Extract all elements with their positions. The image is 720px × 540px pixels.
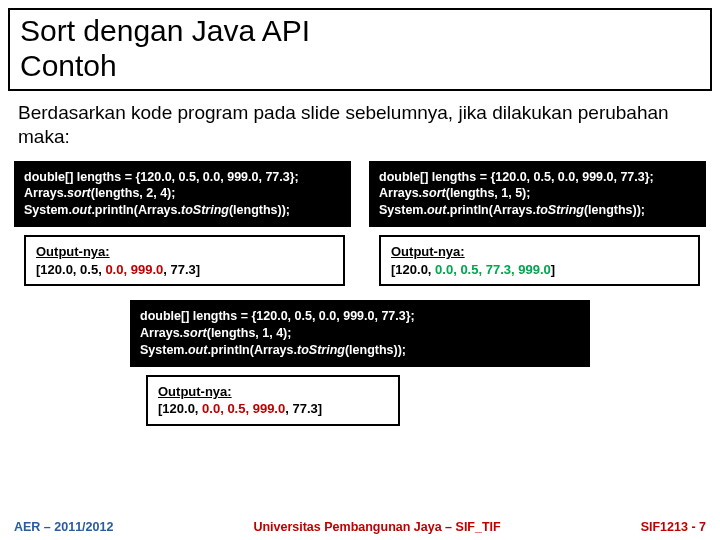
code-right: double[] lengths = {120.0, 0.5, 0.0, 999… (369, 161, 706, 228)
slide-title-block: Sort dengan Java API Contoh (8, 8, 712, 91)
footer-left: AER – 2011/2012 (14, 520, 113, 534)
output-label: Output-nya: (36, 244, 110, 259)
output-left: Output-nya: [120.0, 0.5, 0.0, 999.0, 77.… (24, 235, 345, 286)
example-bottom: double[] lengths = {120.0, 0.5, 0.0, 999… (0, 300, 720, 426)
output-bottom: Output-nya: [120.0, 0.0, 0.5, 999.0, 77.… (146, 375, 400, 426)
title-line-1: Sort dengan Java API (20, 14, 310, 47)
output-label: Output-nya: (158, 384, 232, 399)
example-left: double[] lengths = {120.0, 0.5, 0.0, 999… (14, 161, 351, 287)
intro-text: Berdasarkan kode program pada slide sebe… (18, 101, 702, 149)
code-bottom: double[] lengths = {120.0, 0.5, 0.0, 999… (130, 300, 590, 367)
footer-right: SIF1213 - 7 (641, 520, 706, 534)
footer-center: Universitas Pembangunan Jaya – SIF_TIF (253, 520, 500, 534)
slide-footer: AER – 2011/2012 Universitas Pembangunan … (0, 520, 720, 534)
title-line-2: Contoh (20, 49, 117, 82)
output-label: Output-nya: (391, 244, 465, 259)
code-left: double[] lengths = {120.0, 0.5, 0.0, 999… (14, 161, 351, 228)
slide-title: Sort dengan Java API Contoh (20, 14, 700, 83)
example-right: double[] lengths = {120.0, 0.5, 0.0, 999… (369, 161, 706, 287)
examples-row: double[] lengths = {120.0, 0.5, 0.0, 999… (0, 161, 720, 287)
output-right: Output-nya: [120.0, 0.0, 0.5, 77.3, 999.… (379, 235, 700, 286)
